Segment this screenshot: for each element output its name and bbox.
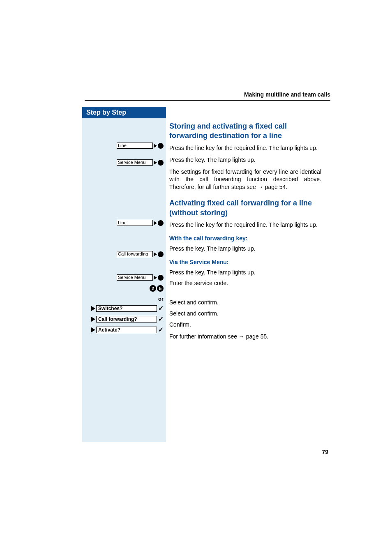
led-indicator-icon: [154, 161, 157, 165]
key-row-call-forwarding: Call forwarding: [117, 251, 164, 257]
heading-activating-without-storing: Activating fixed call forwarding for a l…: [169, 198, 321, 218]
lamp-icon: [158, 251, 164, 257]
menu-label-activate: Activate?: [96, 327, 157, 333]
sidebar-title: Step by Step: [82, 107, 166, 118]
lamp-icon: [158, 160, 164, 166]
lamp-icon: [158, 275, 164, 281]
service-code-digits: 2 5: [150, 285, 164, 292]
text-fragment: For further information see: [169, 333, 239, 340]
subheading-with-key: With the call forwarding key:: [169, 235, 321, 242]
key-label-service-menu: Service Menu: [117, 159, 153, 166]
led-indicator-icon: [154, 252, 157, 256]
key-row-line-1: Line: [117, 143, 164, 149]
led-indicator-icon: [154, 144, 157, 148]
instruction-text: For further information see → page 55.: [169, 333, 321, 341]
running-header: Making multiline and team calls: [85, 91, 330, 98]
instruction-text: Press the key. The lamp lights up.: [169, 156, 321, 164]
digit-key-icon: 2: [150, 285, 156, 292]
menu-arrow-icon: [91, 306, 95, 311]
arrow-icon: →: [258, 184, 265, 190]
or-label: or: [158, 295, 164, 302]
header-rule: [85, 100, 330, 101]
menu-arrow-icon: [91, 327, 95, 332]
page-reference: page 54.: [265, 184, 288, 190]
instruction-text: The settings for fixed forwarding for ev…: [169, 168, 321, 191]
instruction-text: Select and confirm.: [169, 299, 321, 306]
subheading-via-service-menu: Via the Service Menu:: [169, 258, 321, 266]
text-fragment: The settings for fixed forwarding for ev…: [169, 168, 321, 191]
led-indicator-icon: [154, 276, 157, 280]
key-label-line: Line: [117, 220, 153, 226]
key-row-service-menu-1: Service Menu: [117, 159, 164, 166]
menu-arrow-icon: [91, 317, 95, 322]
instruction-text: Press the line key for the required line…: [169, 221, 321, 229]
arrow-icon: →: [239, 333, 246, 340]
key-row-service-menu-2: Service Menu: [117, 274, 164, 281]
instruction-text: Enter the service code.: [169, 279, 321, 287]
lamp-icon: [158, 143, 164, 149]
menu-row-activate: Activate? ✓: [91, 326, 164, 334]
instruction-text: Confirm.: [169, 321, 321, 329]
menu-label-switches: Switches?: [96, 305, 157, 312]
menu-row-switches: Switches? ✓: [91, 304, 164, 312]
key-label-call-forwarding: Call forwarding: [117, 251, 153, 257]
key-label-service-menu: Service Menu: [117, 274, 153, 281]
confirm-check-icon: ✓: [158, 326, 164, 334]
menu-row-call-forwarding: Call forwarding? ✓: [91, 315, 164, 323]
menu-label-call-forwarding: Call forwarding?: [96, 316, 157, 322]
instruction-text: Press the key. The lamp lights up.: [169, 269, 321, 276]
page-number: 79: [322, 449, 328, 455]
instruction-text: Press the key. The lamp lights up.: [169, 245, 321, 253]
instruction-text: Select and confirm.: [169, 310, 321, 318]
confirm-check-icon: ✓: [158, 304, 164, 312]
key-label-line: Line: [117, 143, 153, 149]
heading-storing-activating: Storing and activating a fixed call forw…: [169, 122, 321, 141]
page-reference: page 55.: [246, 333, 269, 340]
led-indicator-icon: [154, 221, 157, 225]
lamp-icon: [158, 220, 164, 226]
key-row-line-2: Line: [117, 220, 164, 226]
digit-key-icon: 5: [157, 285, 164, 292]
step-by-step-sidebar: Step by Step Line Service Menu Line: [82, 107, 166, 442]
main-content: Storing and activating a fixed call forw…: [169, 122, 321, 345]
confirm-check-icon: ✓: [158, 315, 164, 323]
instruction-text: Press the line key for the required line…: [169, 144, 321, 152]
